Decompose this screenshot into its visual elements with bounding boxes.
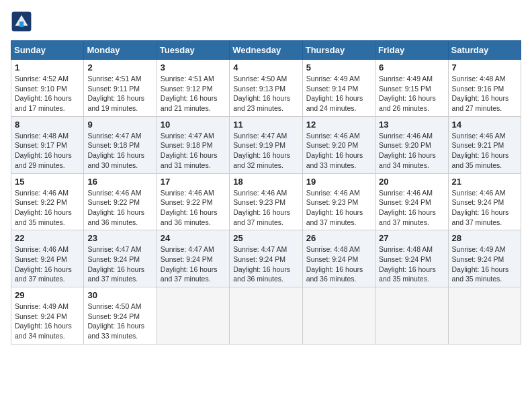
calendar-day-cell: 14 Sunrise: 4:46 AMSunset: 9:21 PMDaylig… (448, 116, 521, 173)
day-number: 19 (306, 177, 371, 187)
day-number: 17 (161, 177, 226, 187)
day-info: Sunrise: 4:51 AMSunset: 9:11 PMDaylight:… (87, 75, 144, 112)
calendar-day-cell: 5 Sunrise: 4:49 AMSunset: 9:14 PMDayligh… (302, 60, 375, 117)
day-info: Sunrise: 4:46 AMSunset: 9:22 PMDaylight:… (87, 189, 144, 226)
page-header (11, 11, 521, 32)
day-number: 26 (306, 233, 371, 243)
day-info: Sunrise: 4:49 AMSunset: 9:24 PMDaylight:… (15, 302, 72, 340)
calendar-table: SundayMondayTuesdayWednesdayThursdayFrid… (11, 40, 521, 345)
weekday-header: Saturday (448, 41, 521, 60)
calendar-day-cell: 9 Sunrise: 4:47 AMSunset: 9:18 PMDayligh… (84, 116, 157, 173)
calendar-day-cell: 1 Sunrise: 4:52 AMSunset: 9:10 PMDayligh… (11, 60, 84, 117)
calendar-day-cell: 13 Sunrise: 4:46 AMSunset: 9:20 PMDaylig… (375, 116, 448, 173)
svg-rect-2 (19, 21, 24, 27)
calendar-day-cell: 30 Sunrise: 4:50 AMSunset: 9:24 PMDaylig… (84, 287, 157, 345)
day-info: Sunrise: 4:48 AMSunset: 9:16 PMDaylight:… (452, 75, 509, 112)
calendar-day-cell: 7 Sunrise: 4:48 AMSunset: 9:16 PMDayligh… (448, 60, 521, 117)
weekday-header: Friday (375, 41, 448, 60)
day-info: Sunrise: 4:47 AMSunset: 9:24 PMDaylight:… (87, 245, 144, 283)
day-info: Sunrise: 4:46 AMSunset: 9:23 PMDaylight:… (306, 189, 363, 226)
calendar-day-cell (375, 287, 448, 345)
calendar-day-cell: 19 Sunrise: 4:46 AMSunset: 9:23 PMDaylig… (302, 173, 375, 230)
day-info: Sunrise: 4:47 AMSunset: 9:18 PMDaylight:… (161, 132, 218, 169)
day-number: 12 (306, 120, 371, 130)
weekday-header: Sunday (11, 41, 84, 60)
day-number: 15 (15, 177, 80, 187)
day-info: Sunrise: 4:48 AMSunset: 9:17 PMDaylight:… (15, 132, 72, 169)
day-info: Sunrise: 4:48 AMSunset: 9:24 PMDaylight:… (379, 245, 436, 283)
weekday-header: Wednesday (230, 41, 302, 60)
day-info: Sunrise: 4:46 AMSunset: 9:22 PMDaylight:… (161, 189, 218, 226)
day-number: 2 (87, 62, 152, 73)
day-number: 5 (306, 62, 371, 73)
calendar-header-row: SundayMondayTuesdayWednesdayThursdayFrid… (11, 41, 521, 60)
calendar-day-cell: 18 Sunrise: 4:46 AMSunset: 9:23 PMDaylig… (230, 173, 302, 230)
calendar-day-cell: 20 Sunrise: 4:46 AMSunset: 9:24 PMDaylig… (375, 173, 448, 230)
calendar-day-cell: 12 Sunrise: 4:46 AMSunset: 9:20 PMDaylig… (302, 116, 375, 173)
day-info: Sunrise: 4:51 AMSunset: 9:12 PMDaylight:… (161, 75, 218, 112)
day-info: Sunrise: 4:47 AMSunset: 9:18 PMDaylight:… (87, 132, 144, 169)
day-number: 13 (379, 120, 444, 130)
day-number: 22 (15, 233, 80, 243)
calendar-day-cell: 11 Sunrise: 4:47 AMSunset: 9:19 PMDaylig… (230, 116, 302, 173)
day-number: 18 (233, 177, 298, 187)
logo (11, 11, 35, 32)
calendar-day-cell: 27 Sunrise: 4:48 AMSunset: 9:24 PMDaylig… (375, 230, 448, 287)
calendar-day-cell (448, 287, 521, 345)
calendar-day-cell: 15 Sunrise: 4:46 AMSunset: 9:22 PMDaylig… (11, 173, 84, 230)
calendar-day-cell: 22 Sunrise: 4:46 AMSunset: 9:24 PMDaylig… (11, 230, 84, 287)
day-number: 8 (15, 120, 80, 130)
day-info: Sunrise: 4:46 AMSunset: 9:20 PMDaylight:… (306, 132, 363, 169)
day-number: 1 (15, 62, 80, 73)
calendar-day-cell (230, 287, 302, 345)
day-info: Sunrise: 4:47 AMSunset: 9:24 PMDaylight:… (161, 245, 218, 283)
day-info: Sunrise: 4:48 AMSunset: 9:24 PMDaylight:… (306, 245, 363, 283)
calendar-week-row: 1 Sunrise: 4:52 AMSunset: 9:10 PMDayligh… (11, 60, 521, 117)
calendar-day-cell: 8 Sunrise: 4:48 AMSunset: 9:17 PMDayligh… (11, 116, 84, 173)
day-number: 25 (233, 233, 298, 243)
calendar-week-row: 22 Sunrise: 4:46 AMSunset: 9:24 PMDaylig… (11, 230, 521, 287)
calendar-day-cell: 2 Sunrise: 4:51 AMSunset: 9:11 PMDayligh… (84, 60, 157, 117)
day-info: Sunrise: 4:46 AMSunset: 9:24 PMDaylight:… (15, 245, 72, 283)
calendar-day-cell (302, 287, 375, 345)
calendar-day-cell: 23 Sunrise: 4:47 AMSunset: 9:24 PMDaylig… (84, 230, 157, 287)
calendar-week-row: 29 Sunrise: 4:49 AMSunset: 9:24 PMDaylig… (11, 287, 521, 345)
day-number: 6 (379, 62, 444, 73)
weekday-header: Tuesday (157, 41, 229, 60)
day-number: 14 (452, 120, 517, 130)
day-number: 28 (452, 233, 517, 243)
day-info: Sunrise: 4:46 AMSunset: 9:22 PMDaylight:… (15, 189, 72, 226)
day-number: 29 (15, 290, 80, 300)
day-number: 27 (379, 233, 444, 243)
calendar-day-cell: 21 Sunrise: 4:46 AMSunset: 9:24 PMDaylig… (448, 173, 521, 230)
calendar-day-cell: 25 Sunrise: 4:47 AMSunset: 9:24 PMDaylig… (230, 230, 302, 287)
calendar-day-cell: 17 Sunrise: 4:46 AMSunset: 9:22 PMDaylig… (157, 173, 229, 230)
calendar-day-cell: 29 Sunrise: 4:49 AMSunset: 9:24 PMDaylig… (11, 287, 84, 345)
day-info: Sunrise: 4:49 AMSunset: 9:15 PMDaylight:… (379, 75, 436, 112)
day-number: 24 (161, 233, 226, 243)
logo-icon (11, 11, 32, 32)
day-info: Sunrise: 4:52 AMSunset: 9:10 PMDaylight:… (15, 75, 72, 112)
day-number: 3 (161, 62, 226, 73)
day-number: 10 (161, 120, 226, 130)
calendar-week-row: 15 Sunrise: 4:46 AMSunset: 9:22 PMDaylig… (11, 173, 521, 230)
day-number: 9 (87, 120, 152, 130)
calendar-day-cell: 28 Sunrise: 4:49 AMSunset: 9:24 PMDaylig… (448, 230, 521, 287)
calendar-day-cell: 6 Sunrise: 4:49 AMSunset: 9:15 PMDayligh… (375, 60, 448, 117)
calendar-day-cell: 3 Sunrise: 4:51 AMSunset: 9:12 PMDayligh… (157, 60, 229, 117)
day-number: 20 (379, 177, 444, 187)
day-number: 4 (233, 62, 298, 73)
day-info: Sunrise: 4:46 AMSunset: 9:21 PMDaylight:… (452, 132, 509, 169)
day-info: Sunrise: 4:49 AMSunset: 9:24 PMDaylight:… (452, 245, 509, 283)
day-info: Sunrise: 4:46 AMSunset: 9:24 PMDaylight:… (379, 189, 436, 226)
calendar-day-cell: 4 Sunrise: 4:50 AMSunset: 9:13 PMDayligh… (230, 60, 302, 117)
calendar-day-cell: 16 Sunrise: 4:46 AMSunset: 9:22 PMDaylig… (84, 173, 157, 230)
day-info: Sunrise: 4:47 AMSunset: 9:24 PMDaylight:… (233, 245, 290, 283)
calendar-day-cell (157, 287, 229, 345)
weekday-header: Thursday (302, 41, 375, 60)
weekday-header: Monday (84, 41, 157, 60)
day-info: Sunrise: 4:46 AMSunset: 9:20 PMDaylight:… (379, 132, 436, 169)
day-info: Sunrise: 4:50 AMSunset: 9:13 PMDaylight:… (233, 75, 290, 112)
calendar-day-cell: 26 Sunrise: 4:48 AMSunset: 9:24 PMDaylig… (302, 230, 375, 287)
day-info: Sunrise: 4:50 AMSunset: 9:24 PMDaylight:… (87, 302, 144, 340)
